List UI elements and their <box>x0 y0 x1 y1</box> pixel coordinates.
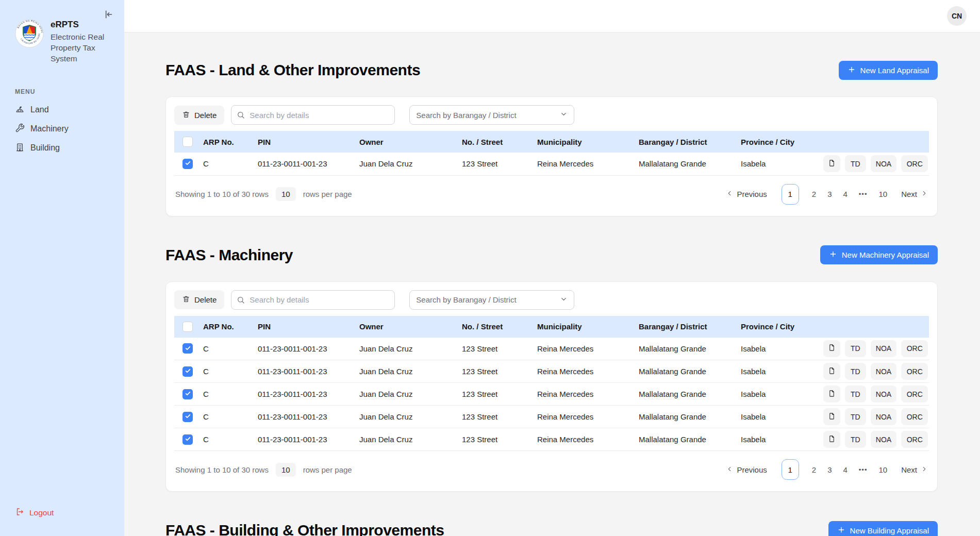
td-button[interactable]: TD <box>845 431 866 448</box>
td-button[interactable]: TD <box>845 363 866 380</box>
noa-button[interactable]: NOA <box>871 408 897 425</box>
cell-arp-no: C <box>198 428 253 451</box>
sidebar-item-building[interactable]: Building <box>0 139 124 158</box>
column-header: PIN <box>253 316 354 338</box>
previous-page-button[interactable]: Previous <box>726 465 767 474</box>
search-box <box>231 105 395 125</box>
search-details-input[interactable] <box>231 290 395 310</box>
orc-button[interactable]: ORC <box>901 340 928 357</box>
cell-barangay: Mallalatang Grande <box>634 153 736 175</box>
document-button[interactable] <box>823 408 840 425</box>
section-title-building: FAAS - Building & Other Improvements <box>165 522 444 536</box>
app-subtitle: Electronic Real Property Tax System <box>51 32 105 64</box>
cell-owner: Juan Dela Cruz <box>354 360 457 383</box>
row-checkbox[interactable] <box>182 343 193 354</box>
select-all-checkbox[interactable] <box>182 322 193 332</box>
delete-button[interactable]: Delete <box>174 290 224 309</box>
previous-page-button[interactable]: Previous <box>726 190 767 198</box>
cell-municipality: Reina Mercedes <box>532 153 634 175</box>
section-title-machinery: FAAS - Machinery <box>165 246 293 264</box>
noa-button[interactable]: NOA <box>871 386 897 403</box>
column-header: Municipality <box>532 316 634 338</box>
file-icon <box>828 367 836 376</box>
column-header: Municipality <box>532 131 634 153</box>
sidebar-item-land[interactable]: Land <box>0 100 124 120</box>
row-checkbox[interactable] <box>182 434 193 445</box>
page-button-4[interactable]: 4 <box>843 465 847 474</box>
select-all-checkbox[interactable] <box>182 137 193 147</box>
orc-button[interactable]: ORC <box>901 408 928 425</box>
orc-button[interactable]: ORC <box>901 431 928 448</box>
page-button-2[interactable]: 2 <box>812 190 816 198</box>
rows-per-page-select[interactable]: 10 <box>276 463 296 477</box>
rows-per-page-select[interactable]: 10 <box>276 187 296 201</box>
noa-button[interactable]: NOA <box>871 431 897 448</box>
orc-button[interactable]: ORC <box>901 386 928 403</box>
td-button[interactable]: TD <box>845 386 866 403</box>
noa-button[interactable]: NOA <box>871 155 897 172</box>
logout-button[interactable]: Logout <box>0 503 124 523</box>
user-avatar[interactable]: CN <box>947 6 967 26</box>
pagination-ellipsis: ••• <box>859 190 868 198</box>
next-page-button[interactable]: Next <box>901 190 928 198</box>
rows-per-page-label: rows per page <box>303 190 352 198</box>
orc-button[interactable]: ORC <box>901 363 928 380</box>
orc-button[interactable]: ORC <box>901 155 928 172</box>
page-button-3[interactable]: 3 <box>827 190 832 198</box>
cell-municipality: Reina Mercedes <box>532 338 634 360</box>
page-button-1[interactable]: 1 <box>782 459 799 480</box>
document-button[interactable] <box>823 386 840 403</box>
chevron-left-icon <box>726 190 733 198</box>
section-machinery: FAAS - Machinery New Machinery Appraisal… <box>165 245 938 492</box>
cell-pin: 011-23-0011-001-23 <box>253 338 354 360</box>
page-button-2[interactable]: 2 <box>812 465 816 474</box>
collapse-sidebar-button[interactable] <box>103 9 113 21</box>
td-button[interactable]: TD <box>845 408 866 425</box>
check-icon <box>185 412 191 421</box>
search-details-input[interactable] <box>231 105 395 125</box>
machinery-table-card-slot: Delete Search by Barangay / District <box>165 281 938 492</box>
document-button[interactable] <box>823 340 840 357</box>
cell-street: 123 Street <box>457 360 532 383</box>
pagination-summary: Showing 1 to 10 of 30 rows <box>175 465 269 474</box>
topbar: CN <box>124 0 980 32</box>
menu-section-label: MENU <box>15 88 124 95</box>
faas-table: ARP No. PIN Owner No. / Street Municipal… <box>174 316 929 451</box>
row-checkbox[interactable] <box>182 159 193 169</box>
td-button[interactable]: TD <box>845 340 866 357</box>
cell-owner: Juan Dela Cruz <box>354 338 457 360</box>
page-button-10[interactable]: 10 <box>878 190 887 198</box>
td-button[interactable]: TD <box>845 155 866 172</box>
table-row: C 011-23-0011-001-23 Juan Dela Cruz 123 … <box>174 383 929 406</box>
municipal-seal-logo: BAYAN NG REINA MERCEDES LALAWIGAN NG ISA… <box>14 19 44 48</box>
page-button-1[interactable]: 1 <box>782 184 799 205</box>
new-building-appraisal-button[interactable]: New Building Appraisal <box>828 521 938 536</box>
page-button-4[interactable]: 4 <box>843 190 847 198</box>
plus-icon <box>848 65 856 75</box>
sidebar-item-machinery[interactable]: Machinery <box>0 120 124 139</box>
table-row: C 011-23-0011-001-23 Juan Dela Cruz 123 … <box>174 406 929 428</box>
new-machinery-appraisal-button[interactable]: New Machinery Appraisal <box>820 245 938 264</box>
document-button[interactable] <box>823 155 840 172</box>
noa-button[interactable]: NOA <box>871 363 897 380</box>
page-button-10[interactable]: 10 <box>878 465 887 474</box>
logout-label: Logout <box>29 508 54 517</box>
document-button[interactable] <box>823 431 840 448</box>
barangay-filter-select[interactable]: Search by Barangay / District <box>409 105 574 125</box>
delete-button[interactable]: Delete <box>174 106 224 125</box>
app-name: eRPTS <box>51 20 105 30</box>
file-icon <box>828 435 836 444</box>
sidebar-item-label: Building <box>30 143 60 153</box>
page-button-3[interactable]: 3 <box>827 465 832 474</box>
trash-icon <box>182 295 190 305</box>
next-page-button[interactable]: Next <box>901 465 928 474</box>
delete-button-label: Delete <box>194 111 217 120</box>
barangay-filter-select[interactable]: Search by Barangay / District <box>409 290 574 310</box>
new-land-appraisal-button[interactable]: New Land Appraisal <box>839 61 938 80</box>
row-checkbox[interactable] <box>182 389 193 399</box>
row-checkbox[interactable] <box>182 366 193 377</box>
noa-button[interactable]: NOA <box>871 340 897 357</box>
row-checkbox[interactable] <box>182 412 193 422</box>
document-button[interactable] <box>823 363 840 380</box>
cell-barangay: Mallalatang Grande <box>634 428 736 451</box>
